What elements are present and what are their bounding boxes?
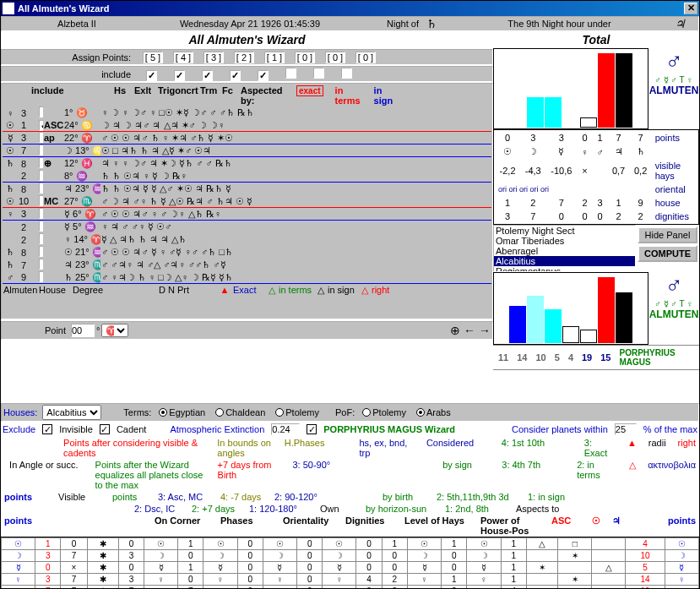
- close-icon[interactable]: ✕: [684, 3, 697, 14]
- sect-option[interactable]: Alcabitius: [494, 256, 635, 266]
- grid-row: ☿3ap22° ♈♂ ☉ ☉ ♃♂ ♄ ♀ ✶♃ ♂♄ ☿ ✶☉: [3, 132, 491, 145]
- include-checkbox[interactable]: ✓: [258, 70, 269, 81]
- assign-value[interactable]: [ 4 ]: [173, 52, 193, 63]
- col-interms: in terms: [325, 85, 367, 106]
- assign-points-label: Assign Points:: [3, 52, 138, 63]
- sect-option[interactable]: Regiomontanus: [494, 266, 635, 272]
- app-icon: [3, 3, 14, 14]
- col-include: include: [30, 85, 70, 106]
- grid-row: 28° ♒♄ ♄ ☉♃ ♀ ☿ ☽ ℞♀: [3, 170, 491, 183]
- almuten-symbol-box: ♂ ♂ ☿ ♂ T ♀ ALMUTEN: [648, 48, 699, 129]
- include-checkbox[interactable]: ✓: [230, 70, 241, 81]
- houses-select[interactable]: Alcabitius: [42, 405, 101, 420]
- grid-row: 2☿ 5° ♒♀ ♃ ♂ ♂♀ ☿ ☉♂: [3, 221, 491, 233]
- consider-input[interactable]: [615, 423, 637, 435]
- exact-label: exact: [296, 85, 323, 96]
- sect-option[interactable]: Abenragel: [494, 246, 635, 256]
- chk-porph[interactable]: ✓: [307, 424, 317, 434]
- atm-input[interactable]: [271, 423, 300, 435]
- grid-row: ♂9♄ 25° ♏♂ ♀♃☽ ♄ ♀ □☽ △♀ ☽ ℞☿ ☿♄: [3, 271, 491, 284]
- radio-chaldean[interactable]: Chaldean: [215, 407, 265, 417]
- assign-value[interactable]: [ 0 ]: [325, 52, 345, 63]
- assign-value[interactable]: [ 1 ]: [264, 52, 285, 63]
- grid-row: ♀3☿ 6° ♈♂ ☉ ☉ ♃♂ ♀ ♂ ☽♀ △♄ ℞♀: [3, 208, 491, 221]
- grid-row: ♄7♃ 23° ♏♂ ♂♃♀ ♃ ♂△ ♂♃♀ ♂♂♄ ♂☿: [3, 259, 491, 271]
- col-insign: in sign: [367, 85, 404, 106]
- night-of-label: Night of: [351, 19, 419, 29]
- almuten-symbol-box-2: ♂ ♂ ☿ ♂ T ♀ ALMUTEN: [648, 272, 699, 345]
- radio-ptolemy[interactable]: Ptolemy: [275, 407, 319, 417]
- assign-points-row: Assign Points: [ 5 ][ 4 ][ 3 ][ 2 ][ 1 ]…: [1, 49, 493, 65]
- houses-config-row: Houses: Alcabitius Terms: Egyptian Chald…: [1, 403, 699, 422]
- exclude-row: Exclude ✓Invisible ✓Cadent Atmospheric E…: [1, 422, 699, 437]
- terms-label: Terms:: [123, 407, 151, 417]
- window-titlebar: All Almuten's Wizard ✕: [1, 1, 699, 16]
- include-checkbox[interactable]: ✓: [174, 70, 185, 81]
- grid-row: ♄8⊕12° ♓♃ ♀ ♀ ☽♂ ♃ ✶☽ ☿♄ ♂ ♂ ℞♄: [3, 157, 491, 170]
- page-title: All Almuten's Wizard: [1, 31, 493, 48]
- main-grid: include Hs Exlt Trigoncrt Trm Fc Aspecte…: [1, 83, 493, 319]
- include-label: include: [3, 69, 138, 79]
- assign-value[interactable]: [ 2 ]: [234, 52, 254, 63]
- radio-pof-ptolemy[interactable]: Ptolemy: [362, 407, 406, 417]
- hour-planet-symbol: ♃: [675, 17, 695, 30]
- grid-row: ☉10MC27° ♏♂ ☽ ♃ ♂♀ ♄ ☿ △☉ ℞♃ ♂ ♄♃ ☉ ☿: [3, 195, 491, 208]
- hide-panel-button[interactable]: Hide Panel: [638, 226, 697, 243]
- point-sign-select[interactable]: ♈: [101, 324, 128, 337]
- hour-label: The 9th Night hour under: [444, 19, 675, 29]
- point-label: Point: [3, 325, 71, 335]
- total-title: Total: [493, 31, 699, 48]
- chk-cadent[interactable]: ✓: [100, 424, 110, 434]
- radio-egyptian[interactable]: Egyptian: [159, 407, 205, 417]
- grid-row: 2♀ 14° ♈☿ △ ♃♄ ♄ ♃ ♃ △♄: [3, 233, 491, 246]
- sect-list[interactable]: Ptolemy Night SectOmar TiberiadesAbenrag…: [493, 225, 636, 272]
- color-legend: Points after considering visible & caden…: [1, 437, 699, 459]
- sect-option[interactable]: Ptolemy Night Sect: [494, 226, 635, 236]
- assign-value[interactable]: [ 0 ]: [355, 52, 376, 63]
- grid-row: ☉1✓ASC24° ♋☽ ♃ ☽ ♃♂ ♃ △♃ ✶♂ ☽ ☽♀: [3, 119, 491, 132]
- include-checkbox[interactable]: [341, 68, 352, 79]
- col-trigon: Trigoncrt: [156, 85, 198, 106]
- bar-chart-2: [493, 272, 648, 345]
- include-checkbox[interactable]: ✓: [202, 70, 213, 81]
- stats-table: 0330177points ☉☽☿♀♂♃♄ -2,2-4,3-10,6×0,70…: [493, 129, 699, 225]
- assign-value[interactable]: [ 3 ]: [203, 52, 224, 63]
- houses-label: Houses:: [3, 407, 37, 417]
- chart-name: Alzbeta II: [5, 19, 149, 29]
- radio-pof-arabs[interactable]: Arabs: [416, 407, 451, 417]
- grid-row: ♀31° ♉♀ ☽ ♀ ☽♂ ♀ □☉ ✶☿ ☽♂ ♂ ♂♄ ℞♄: [3, 106, 491, 119]
- col-exlt: Exlt: [133, 85, 156, 106]
- compute-button[interactable]: COMPUTE: [638, 245, 697, 262]
- window-title: All Almuten's Wizard: [18, 3, 109, 14]
- include-checkbox[interactable]: [285, 68, 296, 79]
- night-planet-symbol: ♄: [419, 17, 444, 30]
- info-bar: Alzbeta II Wednesday Apr 21 1926 01:45:3…: [1, 16, 699, 31]
- chk-invisible[interactable]: ✓: [42, 424, 52, 434]
- grid-row: ♄8♃ 23° ♒♄ ♄ ☉♃ ☿ ☿ △♂ ✶☉ ♃ ℞♄ ☿: [3, 183, 491, 195]
- include-checkbox[interactable]: ✓: [146, 70, 157, 81]
- results-table: ☉10✱0☉1☉0☉0☉01☉1☉1△□4☉☽37✱3☽0☽0☽0☽00☽0☽1…: [1, 537, 699, 589]
- include-row: include ✓✓✓✓✓: [1, 66, 493, 82]
- include-checkbox[interactable]: [313, 68, 324, 79]
- col-aspected: Aspected by:: [239, 85, 295, 106]
- col-hs: Hs: [112, 85, 133, 106]
- grid-row: ☉7☽ 13° ♌☉ □ ♃♄ ♄ ♃ △☿ ✶♂ ☉♃: [3, 145, 491, 157]
- assign-value[interactable]: [ 0 ]: [295, 52, 315, 63]
- point-row: Point ° ♈ ⊕ ← →: [1, 321, 493, 340]
- chart-datetime: Wednesday Apr 21 1926 01:45:39: [149, 19, 351, 29]
- grid-row: ♄8☉ 21° ♒♂ ☉ ☉ ♃♂ ☿ ♀ ♂☿ ♀♂ ♂♄ □♄: [3, 246, 491, 259]
- pof-label: PoF:: [335, 407, 355, 417]
- point-input[interactable]: [71, 324, 95, 337]
- col-trm: Trm: [198, 85, 220, 106]
- bar-chart-1: [493, 48, 648, 129]
- col-fc: Fc: [220, 85, 239, 106]
- assign-value[interactable]: [ 5 ]: [143, 52, 163, 63]
- sect-option[interactable]: Omar Tiberiades: [494, 236, 635, 246]
